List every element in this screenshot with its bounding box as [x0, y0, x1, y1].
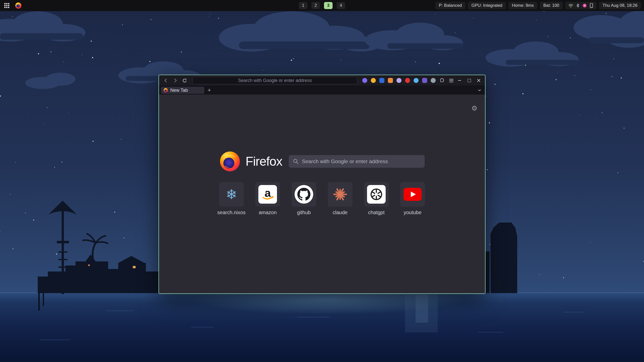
svg-text:a: a — [265, 187, 271, 199]
network-latency-status: Home: 9ms — [508, 2, 537, 9]
shortcut-amazon[interactable]: a amazon — [250, 182, 286, 215]
shortcut-claude[interactable]: claude — [322, 182, 358, 215]
github-icon — [295, 185, 313, 204]
power-profile-status: P: Balanced — [435, 2, 465, 9]
search-icon — [293, 158, 299, 164]
shortcut-label: amazon — [259, 210, 276, 215]
list-all-tabs-button[interactable] — [476, 87, 483, 94]
puzzle-icon — [439, 78, 445, 83]
gpu-status: GPU: Integrated — [468, 2, 506, 9]
extension-icon-4[interactable] — [388, 78, 393, 83]
shortcut-label: claude — [333, 210, 348, 215]
tab-strip: New Tab + — [159, 86, 485, 95]
minimize-icon — [458, 80, 461, 81]
extension-icon-5[interactable] — [396, 78, 401, 83]
shortcut-label: search.nixos — [217, 210, 246, 215]
back-button[interactable] — [162, 77, 170, 84]
indicator-dot-icon[interactable] — [582, 3, 587, 8]
hut-window-light — [133, 266, 136, 268]
arrow-right-icon — [173, 78, 178, 83]
extension-icon-2[interactable] — [371, 78, 376, 83]
newtab-search-input[interactable] — [289, 155, 425, 168]
wifi-icon[interactable] — [568, 3, 573, 8]
shortcuts: ❄ search.nixos a amazon — [213, 182, 431, 215]
chevron-down-icon — [477, 88, 481, 92]
menu-button[interactable] — [448, 77, 455, 84]
amazon-icon: a — [258, 185, 277, 204]
firefox-icon — [15, 2, 22, 9]
minimize-button[interactable] — [456, 77, 463, 84]
extension-icon-1[interactable] — [362, 78, 367, 83]
app-launcher-button[interactable] — [3, 2, 11, 9]
shortcut-chatgpt[interactable]: chatgpt — [358, 182, 394, 215]
maximize-button[interactable] — [465, 77, 473, 84]
workspace-button-1[interactable]: 1 — [299, 2, 307, 9]
close-button[interactable] — [475, 77, 482, 84]
apps-grid-icon — [4, 3, 10, 8]
close-icon — [477, 79, 480, 82]
shortcut-label: github — [297, 210, 311, 215]
firefox-wordmark: Firefox — [246, 154, 282, 169]
shortcut-label: youtube — [404, 210, 421, 215]
extension-icon-8[interactable] — [422, 78, 427, 83]
extension-icon-9[interactable] — [431, 78, 436, 83]
workspace-button-4[interactable]: 4 — [337, 2, 345, 9]
tab-new-tab[interactable]: New Tab — [161, 87, 204, 94]
newtab-page: ⚙ Firefox ❄ search.nixos — [159, 95, 485, 293]
system-tray — [565, 2, 596, 9]
newtab-search[interactable] — [289, 155, 425, 168]
nixos-icon: ❄ — [226, 188, 237, 201]
tab-title: New Tab — [170, 88, 188, 93]
shortcut-label: chatgpt — [368, 210, 385, 215]
shortcut-youtube[interactable]: youtube — [394, 182, 431, 215]
firefox-window: New Tab + ⚙ Firefox — [158, 75, 486, 294]
maximize-icon — [468, 79, 471, 82]
device-icon[interactable] — [589, 3, 593, 8]
newtab-hero: Firefox — [219, 151, 425, 172]
reload-button[interactable] — [180, 77, 189, 84]
forward-button[interactable] — [171, 77, 180, 84]
extension-icons — [362, 78, 436, 83]
browser-toolbar — [159, 75, 485, 86]
status-bar: 1 2 3 4 P: Balanced GPU: Integrated Home… — [0, 0, 644, 11]
urlbar-input[interactable] — [192, 77, 357, 84]
reload-icon — [182, 78, 187, 83]
shortcut-github[interactable]: github — [286, 182, 322, 215]
youtube-icon — [403, 188, 422, 201]
arrow-left-icon — [163, 78, 168, 83]
extension-icon-3[interactable] — [379, 78, 384, 83]
extension-icon-7[interactable] — [414, 78, 419, 83]
claude-icon — [333, 187, 348, 202]
hamburger-icon — [449, 79, 453, 82]
tab-favicon-firefox-icon — [164, 88, 168, 93]
bluetooth-icon[interactable] — [576, 3, 580, 8]
extensions-puzzle-button[interactable] — [438, 77, 445, 84]
extension-icon-6[interactable] — [405, 78, 410, 83]
firefox-launcher-button[interactable] — [15, 2, 22, 9]
shortcut-search-nixos[interactable]: ❄ search.nixos — [213, 182, 250, 215]
clock: Thu Aug 08, 18:26 — [599, 2, 641, 9]
desktop: 1 2 3 4 P: Balanced GPU: Integrated Home… — [0, 0, 644, 362]
firefox-logo — [219, 151, 240, 172]
workspace-button-3[interactable]: 3 — [324, 2, 333, 9]
chatgpt-icon — [367, 185, 386, 204]
workspace-button-2[interactable]: 2 — [311, 2, 320, 9]
newtab-settings-gear-icon[interactable]: ⚙ — [471, 105, 477, 112]
window-controls — [456, 77, 482, 84]
battery-status: Bat: 100 — [540, 2, 563, 9]
new-tab-button[interactable]: + — [206, 87, 213, 94]
workspace-switcher: 1 2 3 4 — [299, 0, 345, 11]
